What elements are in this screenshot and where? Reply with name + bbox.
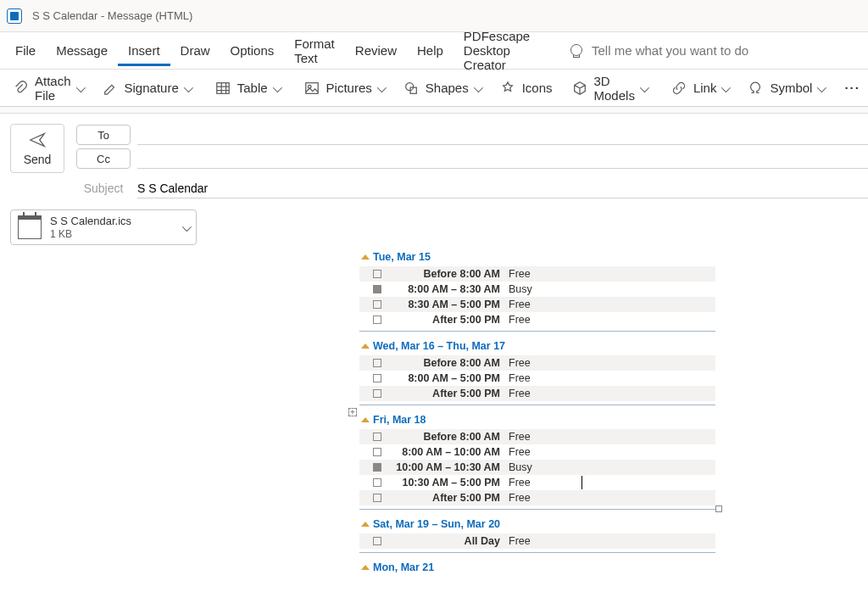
availability-block-icon xyxy=(373,494,381,502)
symbol-button[interactable]: Symbol xyxy=(738,75,832,102)
calendar-time-row[interactable]: 10:30 AM – 5:00 PMFree xyxy=(359,475,715,490)
tab-draw[interactable]: Draw xyxy=(170,35,220,66)
calendar-day-label: Sat, Mar 19 – Sun, Mar 20 xyxy=(373,518,500,530)
calendar-status: Free xyxy=(509,388,551,399)
more-icon: ··· xyxy=(844,81,860,95)
calendar-status: Free xyxy=(509,372,551,384)
3d-models-button[interactable]: 3D Models xyxy=(563,69,655,108)
calendar-time-row[interactable]: 10:00 AM – 10:30 AMBusy xyxy=(359,460,715,475)
to-label: To xyxy=(97,129,109,142)
compose-header: Send To Cc Subject xyxy=(0,114,868,207)
signature-label: Signature xyxy=(125,81,179,95)
calendar-day-header[interactable]: Fri, Mar 18+ xyxy=(359,405,715,429)
row-insert-handle-icon[interactable]: + xyxy=(348,408,357,416)
calendar-time-range: 8:00 AM – 8:30 AM xyxy=(390,283,509,295)
calendar-time-row[interactable]: After 5:00 PMFree xyxy=(359,312,715,327)
tell-me-input[interactable] xyxy=(592,43,863,58)
calendar-time-row[interactable]: All DayFree xyxy=(359,533,715,549)
calendar-status: Busy xyxy=(509,283,551,295)
calendar-status: Free xyxy=(509,268,551,280)
calendar-time-range: 10:30 AM – 5:00 PM xyxy=(390,477,509,489)
calendar-time-row[interactable]: 8:30 AM – 5:00 PMFree xyxy=(359,297,715,312)
calendar-time-row[interactable]: 8:00 AM – 10:00 AMFree xyxy=(359,444,715,460)
3d-models-label: 3D Models xyxy=(594,74,635,103)
icons-label: Icons xyxy=(522,81,553,95)
chevron-down-icon[interactable] xyxy=(182,221,189,234)
calendar-day-label: Mon, Mar 21 xyxy=(373,561,434,573)
calendar-day-header[interactable]: Wed, Mar 16 – Thu, Mar 17 xyxy=(359,332,715,355)
calendar-status: Free xyxy=(509,431,551,443)
tab-options[interactable]: Options xyxy=(220,35,285,66)
attach-file-button[interactable]: Attach File xyxy=(3,69,92,108)
calendar-status: Free xyxy=(509,477,551,489)
cube-icon xyxy=(571,80,588,97)
attachment-chip[interactable]: S S Calendar.ics 1 KB xyxy=(10,209,197,245)
signature-button[interactable]: Signature xyxy=(93,75,199,102)
signature-icon xyxy=(102,80,119,97)
pictures-icon xyxy=(303,80,320,97)
calendar-day-label: Fri, Mar 18 xyxy=(373,414,426,426)
calendar-time-row[interactable]: Before 8:00 AMFree xyxy=(359,266,715,282)
subject-field[interactable] xyxy=(137,178,868,198)
calendar-day-header[interactable]: Mon, Mar 21 xyxy=(359,553,715,577)
tab-message[interactable]: Message xyxy=(46,35,118,66)
cc-button[interactable]: Cc xyxy=(76,148,131,169)
calendar-time-range: 8:30 AM – 5:00 PM xyxy=(390,299,509,310)
send-label: Send xyxy=(24,153,52,166)
cc-field[interactable] xyxy=(137,148,868,169)
tab-file[interactable]: File xyxy=(5,35,46,66)
message-body[interactable]: Tue, Mar 15Before 8:00 AMFree8:00 AM – 8… xyxy=(0,251,868,603)
shapes-button[interactable]: Shapes xyxy=(394,75,489,102)
calendar-time-row[interactable]: Before 8:00 AMFree xyxy=(359,429,715,444)
chevron-down-icon xyxy=(640,81,647,95)
send-icon xyxy=(26,131,48,149)
link-icon xyxy=(670,80,687,97)
collapse-triangle-icon xyxy=(361,254,370,260)
calendar-time-range: 8:00 AM – 10:00 AM xyxy=(390,446,509,458)
availability-block-icon xyxy=(373,537,381,545)
pictures-label: Pictures xyxy=(326,81,372,95)
chevron-down-icon xyxy=(817,81,824,95)
attach-file-label: Attach File xyxy=(35,74,71,103)
calendar-day-label: Tue, Mar 15 xyxy=(373,251,431,263)
calendar-time-range: Before 8:00 AM xyxy=(390,268,509,280)
table-button[interactable]: Table xyxy=(206,75,288,102)
ribbon-overflow-button[interactable]: ··· xyxy=(836,75,868,100)
calendar-time-row[interactable]: 8:00 AM – 5:00 PMFree xyxy=(359,371,715,386)
tab-format-text[interactable]: Format Text xyxy=(284,28,345,74)
link-button[interactable]: Link xyxy=(662,75,737,102)
calendar-file-icon xyxy=(18,215,42,239)
availability-block-icon xyxy=(373,359,381,367)
availability-block-icon xyxy=(373,433,381,441)
subject-label: Subject xyxy=(76,181,131,195)
to-button[interactable]: To xyxy=(76,125,131,145)
send-button[interactable]: Send xyxy=(10,124,64,173)
availability-block-icon xyxy=(373,374,381,382)
chevron-down-icon xyxy=(377,81,384,95)
calendar-status: Free xyxy=(509,535,551,547)
pictures-button[interactable]: Pictures xyxy=(295,75,392,102)
calendar-time-row[interactable]: After 5:00 PMFree xyxy=(359,386,715,401)
table-resize-handle[interactable] xyxy=(715,505,722,512)
calendar-time-row[interactable]: Before 8:00 AMFree xyxy=(359,355,715,371)
text-caret xyxy=(581,476,582,489)
calendar-day-header[interactable]: Sat, Mar 19 – Sun, Mar 20 xyxy=(359,510,715,533)
calendar-time-row[interactable]: After 5:00 PMFree xyxy=(359,490,715,505)
to-field[interactable] xyxy=(137,125,868,145)
tab-pdfescape[interactable]: PDFescape Desktop Creator xyxy=(453,20,553,81)
collapse-triangle-icon xyxy=(361,565,370,570)
icons-button[interactable]: Icons xyxy=(491,75,561,102)
calendar-day-header[interactable]: Tue, Mar 15 xyxy=(359,251,715,266)
tab-review[interactable]: Review xyxy=(345,35,407,66)
table-label: Table xyxy=(237,81,268,95)
availability-block-icon xyxy=(373,389,381,398)
tab-insert[interactable]: Insert xyxy=(118,35,170,66)
calendar-time-row[interactable]: 8:00 AM – 8:30 AMBusy xyxy=(359,282,715,297)
calendar-status: Free xyxy=(509,357,551,369)
ribbon-tabs: File Message Insert Draw Options Format … xyxy=(0,32,868,70)
calendar-time-range: All Day xyxy=(390,535,509,547)
attachment-name: S S Calendar.ics xyxy=(50,215,182,228)
chevron-down-icon xyxy=(474,81,481,95)
tab-help[interactable]: Help xyxy=(407,35,453,66)
tell-me-search[interactable] xyxy=(568,43,863,59)
